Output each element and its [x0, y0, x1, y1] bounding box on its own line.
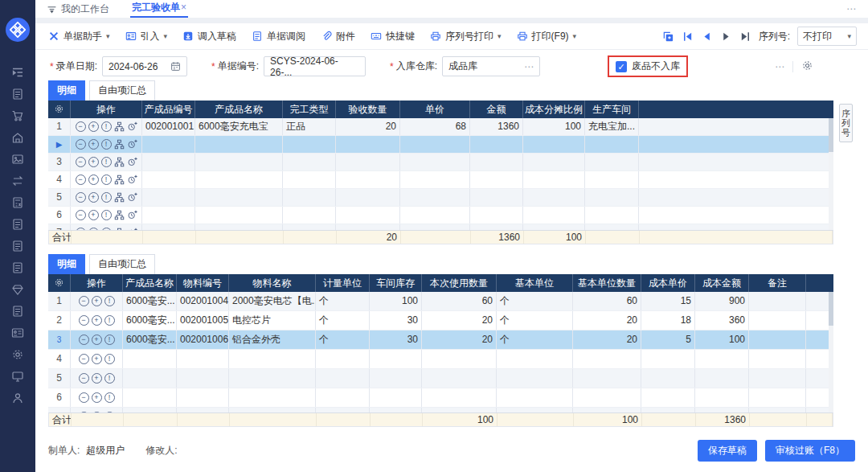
tab-workbench[interactable]: 我的工作台	[47, 2, 109, 16]
cost-amount-cell[interactable]	[695, 408, 749, 412]
tab-close-icon[interactable]: ×	[181, 2, 186, 13]
info-icon[interactable]: !	[101, 228, 112, 230]
cost-ratio-cell[interactable]: 100	[523, 118, 585, 135]
workshop-cell[interactable]	[585, 171, 639, 188]
unit-price-cell[interactable]	[400, 224, 470, 230]
info-icon[interactable]: !	[104, 296, 115, 306]
product-name-cell[interactable]	[195, 171, 283, 188]
serial-print-select[interactable]: 不打印 ▾	[797, 27, 857, 46]
unit-cell[interactable]: 个	[316, 292, 370, 310]
table-row[interactable]: 6 −+!	[48, 388, 833, 408]
unit-price-cell[interactable]	[400, 171, 470, 188]
remove-row-icon[interactable]: −	[76, 157, 86, 167]
product-code-cell[interactable]: 002001001	[142, 118, 195, 135]
note-cell[interactable]	[749, 292, 806, 310]
product-name-cell[interactable]: 6000毫安...	[123, 292, 177, 310]
material-name-cell[interactable]	[229, 369, 316, 388]
user-icon[interactable]	[6, 387, 30, 408]
cost-ratio-cell[interactable]	[523, 224, 585, 230]
base-qty-cell[interactable]: 20	[573, 311, 641, 330]
workshop-stock-cell[interactable]	[370, 388, 422, 407]
entry-date-input[interactable]: 2024-06-26	[102, 56, 187, 76]
table-row[interactable]: 4 −+!	[48, 171, 833, 189]
material-code-cell[interactable]: 002001005	[177, 311, 229, 330]
grid-settings-gear-icon[interactable]	[48, 101, 71, 118]
remove-row-icon[interactable]: −	[79, 354, 89, 364]
history-clock-icon[interactable]	[127, 210, 137, 220]
product-name-cell[interactable]: 6000毫安...	[123, 311, 177, 330]
purchase-doc-icon[interactable]	[6, 235, 30, 257]
cost-price-cell[interactable]: 18	[641, 311, 695, 330]
last-record-icon[interactable]	[739, 31, 751, 43]
use-qty-cell[interactable]: 60	[422, 292, 497, 310]
remove-row-icon[interactable]: −	[76, 174, 86, 185]
base-unit-cell[interactable]: 个	[497, 311, 573, 330]
remove-row-icon[interactable]: −	[79, 296, 89, 306]
use-qty-cell[interactable]: 20	[422, 330, 497, 349]
completion-type-cell[interactable]	[283, 171, 336, 188]
completion-type-cell[interactable]: 正品	[283, 118, 336, 135]
product-name-cell[interactable]	[123, 350, 177, 368]
row-number[interactable]: 4	[48, 171, 71, 188]
material-code-cell[interactable]	[177, 408, 229, 412]
first-record-icon[interactable]	[682, 31, 694, 43]
material-name-cell[interactable]: 2000毫安电芯【电...	[229, 292, 316, 310]
use-qty-cell[interactable]: 20	[422, 311, 497, 330]
bom-icon[interactable]	[114, 228, 125, 230]
bom-icon[interactable]	[114, 192, 125, 203]
vertical-scrollbar[interactable]	[829, 118, 833, 230]
unit-cell[interactable]	[316, 388, 370, 407]
cost-amount-cell[interactable]	[695, 369, 749, 388]
info-icon[interactable]: !	[104, 354, 115, 364]
add-row-icon[interactable]: +	[92, 335, 102, 345]
serial-print-button[interactable]: 序列号打印 ▾	[430, 30, 502, 43]
info-icon[interactable]: !	[104, 392, 115, 403]
info-icon[interactable]: !	[101, 210, 112, 220]
product-name-cell[interactable]	[195, 154, 283, 170]
order-doc-icon[interactable]	[6, 213, 30, 235]
doc-assistant-button[interactable]: 单据助手 ▾	[48, 30, 110, 43]
add-row-icon[interactable]: +	[92, 373, 102, 384]
accept-qty-cell[interactable]	[336, 224, 400, 230]
transfer-icon[interactable]	[6, 170, 30, 191]
bom-icon[interactable]	[114, 121, 125, 132]
workshop-stock-cell[interactable]: 100	[370, 292, 422, 310]
cost-ratio-cell[interactable]	[523, 136, 585, 153]
calendar-icon[interactable]	[170, 61, 181, 72]
table-row[interactable]: 7 −+!	[48, 408, 833, 412]
save-draft-button[interactable]: 保存草稿	[698, 440, 757, 462]
row-number[interactable]: ▶	[48, 136, 71, 153]
info-icon[interactable]: !	[101, 157, 112, 167]
sales-doc-icon[interactable]	[6, 257, 30, 278]
cost-amount-cell[interactable]	[695, 388, 749, 407]
form-settings-gear-icon[interactable]	[801, 60, 813, 74]
cost-price-cell[interactable]: 5	[641, 330, 695, 349]
gem-icon[interactable]	[6, 278, 30, 300]
workshop-cell[interactable]	[585, 224, 639, 230]
add-row-icon[interactable]: +	[88, 192, 99, 203]
product-code-cell[interactable]	[142, 171, 195, 188]
unit-cell[interactable]	[316, 408, 370, 412]
next-record-icon[interactable]	[720, 31, 732, 43]
note-cell[interactable]	[749, 330, 806, 349]
material-name-cell[interactable]	[229, 350, 316, 368]
cost-amount-cell[interactable]: 900	[695, 292, 749, 310]
history-clock-icon[interactable]	[127, 228, 137, 230]
add-row-icon[interactable]: +	[92, 412, 102, 412]
row-number[interactable]: 6	[48, 388, 71, 407]
table-row[interactable]: 3 −+! 6000毫安... 002001006 铝合金外壳 个 30 20 …	[48, 330, 833, 350]
shortcut-keys-button[interactable]: 快捷键	[371, 30, 415, 43]
row-number[interactable]: 1	[48, 118, 71, 135]
bom-icon[interactable]	[114, 210, 125, 220]
add-row-icon[interactable]: +	[92, 315, 102, 326]
info-icon[interactable]: !	[104, 373, 115, 384]
amount-cell[interactable]	[470, 207, 523, 224]
note-cell[interactable]	[749, 350, 806, 368]
use-qty-cell[interactable]	[422, 388, 497, 407]
product-name-cell[interactable]: 6000毫安...	[123, 330, 177, 349]
completion-type-cell[interactable]	[283, 136, 336, 153]
note-cell[interactable]	[749, 311, 806, 330]
workshop-cell[interactable]: 充电宝加...	[585, 118, 639, 135]
home-warehouse-icon[interactable]	[6, 126, 30, 148]
bom-icon[interactable]	[114, 157, 125, 167]
